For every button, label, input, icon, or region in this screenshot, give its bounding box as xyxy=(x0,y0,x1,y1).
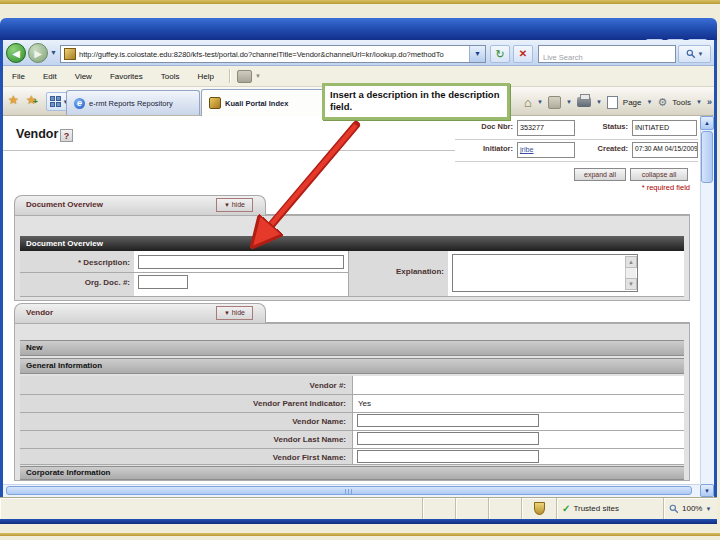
addon-dropdown-icon[interactable]: ▼ xyxy=(255,73,261,79)
history-dropdown-icon[interactable]: ▼ xyxy=(50,49,57,56)
quick-tabs-icon xyxy=(50,96,61,107)
overflow-chevron-icon[interactable]: » xyxy=(707,97,712,107)
created-label: Created: xyxy=(576,144,628,153)
vertical-scroll-thumb[interactable] xyxy=(701,131,713,183)
row-divider xyxy=(20,296,684,297)
vendor-last-name-input[interactable] xyxy=(357,432,539,445)
tab-kuali-label: Kuali Portal Index xyxy=(225,99,288,108)
page-icon[interactable] xyxy=(607,96,618,109)
command-bar: ⌂ ▼ ▼ ▼ Page ▼ ⚙ Tools ▼ » xyxy=(524,91,712,113)
refresh-button[interactable]: ↻ xyxy=(490,45,510,63)
address-input[interactable]: http://guffey.is.colostate.edu:8280/kfs-… xyxy=(60,45,486,63)
address-dropdown-icon[interactable]: ▼ xyxy=(469,46,485,62)
scroll-up-button[interactable]: ▲ xyxy=(700,116,714,130)
horizontal-scroll-thumb[interactable] xyxy=(6,486,692,495)
add-favorite-icon[interactable]: ★+ xyxy=(26,93,37,107)
initiator-link[interactable]: jribe xyxy=(520,145,534,154)
window-border-right xyxy=(714,40,717,520)
trusted-sites-cell[interactable]: ✓ Trusted sites xyxy=(557,498,664,519)
tools-dropdown-icon[interactable]: ▼ xyxy=(696,99,702,105)
title-divider xyxy=(3,150,455,151)
status-bar: ✓ Trusted sites 100% ▼ xyxy=(0,497,717,519)
menu-separator xyxy=(229,69,231,83)
row-divider xyxy=(20,394,684,395)
search-go-button[interactable]: ▼ xyxy=(678,45,711,63)
new-bar: New xyxy=(20,340,684,356)
zoom-icon xyxy=(669,504,679,514)
zoom-level: 100% xyxy=(682,504,702,513)
live-search-box[interactable] xyxy=(538,45,676,63)
scroll-down-icon[interactable]: ▼ xyxy=(625,278,637,290)
vendor-number-label: Vendor #: xyxy=(24,381,346,390)
tools-menu[interactable]: Tools xyxy=(672,98,691,107)
page-menu[interactable]: Page xyxy=(623,98,642,107)
security-shield-icon[interactable] xyxy=(534,502,545,515)
triangle-down-icon: ▼ xyxy=(224,310,232,316)
expand-all-button[interactable]: expand all xyxy=(574,168,626,181)
vendor-parent-indicator-value: Yes xyxy=(358,399,371,408)
forward-button[interactable]: ▶ xyxy=(28,43,48,63)
slide-border-bottom xyxy=(0,533,720,536)
help-button[interactable]: ? xyxy=(60,129,73,142)
menu-file[interactable]: File xyxy=(3,69,34,84)
vendor-first-name-input[interactable] xyxy=(357,450,539,463)
menu-edit[interactable]: Edit xyxy=(34,69,66,84)
back-arrow-icon: ◀ xyxy=(12,48,20,59)
page-dropdown-icon[interactable]: ▼ xyxy=(647,99,653,105)
status-value: INITIATED xyxy=(632,120,697,136)
security-cell xyxy=(522,498,557,519)
status-message-cell xyxy=(0,498,423,519)
stop-button[interactable]: ✕ xyxy=(513,45,533,63)
home-dropdown-icon[interactable]: ▼ xyxy=(537,99,543,105)
addon-icon[interactable] xyxy=(237,70,252,83)
scroll-up-icon[interactable]: ▲ xyxy=(625,256,637,268)
doc-nbr-value: 353277 xyxy=(517,120,575,136)
column-divider xyxy=(352,376,353,464)
triangle-down-icon: ▼ xyxy=(224,202,232,208)
menu-favorites[interactable]: Favorites xyxy=(101,69,152,84)
document-overview-hide-button[interactable]: ▼ hide xyxy=(216,198,253,212)
initiator-value[interactable]: jribe xyxy=(517,142,575,158)
description-input[interactable] xyxy=(138,255,344,269)
window-border-bottom xyxy=(0,519,717,524)
doc-nbr-label: Doc Nbr: xyxy=(455,122,513,131)
search-input[interactable] xyxy=(539,50,675,66)
vendor-name-input[interactable] xyxy=(357,414,539,427)
forward-arrow-icon: ▶ xyxy=(34,48,42,59)
feeds-icon[interactable] xyxy=(548,96,561,109)
search-icon xyxy=(686,49,696,59)
vendor-first-name-label: Vendor First Name: xyxy=(24,453,346,462)
scroll-grip-icon xyxy=(345,489,353,494)
home-icon[interactable]: ⌂ xyxy=(524,95,532,110)
window-titlebar: Kuali Portal Index - Windows Internet Ex… xyxy=(0,18,717,40)
status-label: Status: xyxy=(576,122,628,131)
scroll-down-button[interactable]: ▼ xyxy=(700,484,714,497)
print-icon[interactable] xyxy=(577,97,591,107)
vendor-hide-button[interactable]: ▼ hide xyxy=(216,306,253,320)
slide-border-top xyxy=(0,0,720,4)
print-dropdown-icon[interactable]: ▼ xyxy=(596,99,602,105)
tab-reports-label: e-rmt Reports Repository xyxy=(89,99,173,108)
favorites-center-icon[interactable]: ★ xyxy=(8,93,19,107)
org-doc-label: Org. Doc. #: xyxy=(22,278,130,287)
vendor-last-name-label: Vendor Last Name: xyxy=(24,435,346,444)
document-overview-tab-label: Document Overview xyxy=(26,200,103,209)
collapse-all-button[interactable]: collapse all xyxy=(630,168,688,181)
tab-reports-repository[interactable]: e e-rmt Reports Repository xyxy=(66,90,200,115)
table-divider xyxy=(455,139,698,140)
zoom-dropdown-icon[interactable]: ▼ xyxy=(705,506,711,512)
column-divider xyxy=(348,251,349,296)
menu-help[interactable]: Help xyxy=(188,69,222,84)
initiator-label: Initiator: xyxy=(455,144,513,153)
tab-kuali-portal[interactable]: Kuali Portal Index xyxy=(201,89,325,116)
menu-tools[interactable]: Tools xyxy=(152,69,189,84)
back-button[interactable]: ◀ xyxy=(6,43,26,63)
gear-icon[interactable]: ⚙ xyxy=(657,96,667,109)
search-dropdown-icon[interactable]: ▼ xyxy=(698,51,704,57)
org-doc-input[interactable] xyxy=(138,275,188,289)
ie-page-icon: e xyxy=(74,98,85,109)
explanation-textarea[interactable]: ▲ ▼ xyxy=(452,254,638,292)
zoom-cell[interactable]: 100% ▼ xyxy=(664,498,717,519)
menu-view[interactable]: View xyxy=(66,69,101,84)
feeds-dropdown-icon[interactable]: ▼ xyxy=(566,99,572,105)
